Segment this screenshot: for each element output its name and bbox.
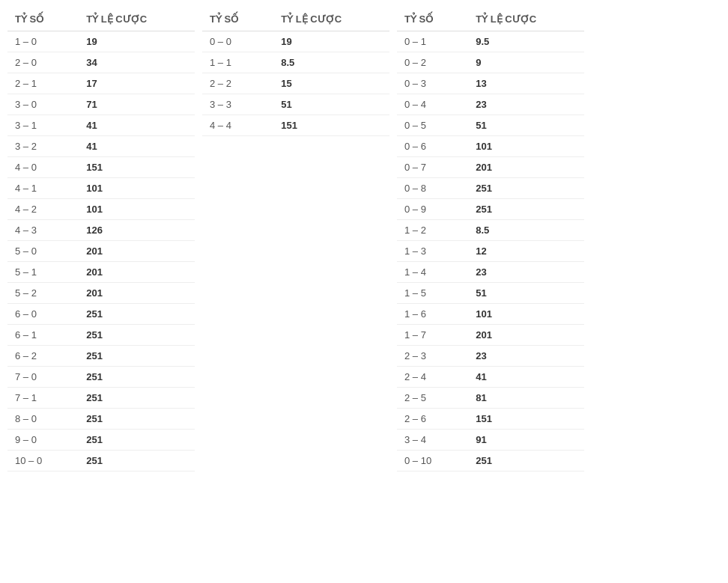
odds-cell: 23 [468,262,584,283]
table-row: 1 – 423 [397,262,584,283]
score-cell: 0 – 1 [397,31,468,52]
score-cell: 2 – 0 [7,52,79,73]
table-row: 4 – 4151 [202,115,389,136]
odds-cell: 41 [79,136,195,157]
odds-cell: 201 [468,157,584,178]
score-cell: 1 – 4 [397,262,468,283]
odds-cell: 151 [79,157,195,178]
score-cell: 0 – 6 [397,136,468,157]
score-cell: 0 – 10 [397,451,468,471]
table-header: TỶ SỐ [397,7,468,31]
score-cell: 3 – 3 [202,94,273,115]
table-row: 0 – 6101 [397,136,584,157]
table-row: 2 – 323 [397,346,584,367]
odds-cell: 51 [468,115,584,136]
table-row: 0 – 019 [202,31,389,52]
score-cell: 4 – 1 [7,178,79,199]
odds-cell: 151 [273,115,389,136]
score-cell: 0 – 9 [397,199,468,220]
table-row: 3 – 071 [7,94,195,115]
odds-cell: 17 [79,73,195,94]
table-row: 9 – 0251 [7,430,195,451]
odds-cell: 101 [468,136,584,157]
table-row: 0 – 8251 [397,178,584,199]
score-cell: 7 – 0 [7,367,79,388]
odds-cell: 15 [273,73,389,94]
score-cell: 4 – 0 [7,157,79,178]
score-cell: 0 – 5 [397,115,468,136]
table-row: 5 – 2201 [7,283,195,304]
table-row: 8 – 0251 [7,409,195,430]
odds-cell: 101 [468,304,584,325]
odds-cell: 13 [468,73,584,94]
score-cell: 9 – 0 [7,430,79,451]
table-header: TỶ LỆ CƯỢC [468,7,584,31]
odds-cell: 41 [79,115,195,136]
score-cell: 1 – 0 [7,31,79,52]
table-row: 3 – 141 [7,115,195,136]
score-cell: 2 – 1 [7,73,79,94]
table-header: TỶ LỆ CƯỢC [273,7,389,31]
score-cell: 3 – 0 [7,94,79,115]
odds-cell: 71 [79,94,195,115]
odds-cell: 19 [273,31,389,52]
odds-cell: 91 [468,430,584,451]
odds-cell: 251 [468,178,584,199]
score-cell: 0 – 8 [397,178,468,199]
score-cell: 10 – 0 [7,451,79,471]
table-row: 0 – 551 [397,115,584,136]
score-cell: 6 – 1 [7,325,79,346]
odds-cell: 126 [79,220,195,241]
table-row: 0 – 19.5 [397,31,584,52]
score-cell: 1 – 6 [397,304,468,325]
tables-wrapper: TỶ SỐTỶ LỆ CƯỢC1 – 0192 – 0342 – 1173 – … [7,7,721,471]
odds-cell: 251 [79,346,195,367]
score-cell: 2 – 3 [397,346,468,367]
table-row: 1 – 312 [397,241,584,262]
odds-cell: 51 [273,94,389,115]
score-cell: 5 – 0 [7,241,79,262]
odds-cell: 201 [79,262,195,283]
table-row: 1 – 18.5 [202,52,389,73]
score-cell: 5 – 1 [7,262,79,283]
table-row: 0 – 9251 [397,199,584,220]
score-cell: 7 – 1 [7,388,79,409]
score-table-away-win: TỶ SỐTỶ LỆ CƯỢC0 – 19.50 – 290 – 3130 – … [397,7,584,471]
odds-cell: 34 [79,52,195,73]
odds-cell: 23 [468,94,584,115]
table-row: 0 – 29 [397,52,584,73]
odds-cell: 101 [79,178,195,199]
score-cell: 0 – 0 [202,31,273,52]
score-cell: 4 – 2 [7,199,79,220]
odds-cell: 19 [79,31,195,52]
table-row: 0 – 7201 [397,157,584,178]
score-table-draw: TỶ SỐTỶ LỆ CƯỢC0 – 0191 – 18.52 – 2153 –… [202,7,389,136]
table-row: 1 – 28.5 [397,220,584,241]
table-row: 1 – 7201 [397,325,584,346]
odds-cell: 81 [468,388,584,409]
odds-cell: 151 [468,409,584,430]
odds-cell: 201 [79,241,195,262]
odds-cell: 251 [79,409,195,430]
score-cell: 1 – 2 [397,220,468,241]
table-row: 5 – 1201 [7,262,195,283]
score-cell: 0 – 2 [397,52,468,73]
score-cell: 2 – 2 [202,73,273,94]
table-row: 3 – 351 [202,94,389,115]
table-row: 6 – 1251 [7,325,195,346]
score-cell: 2 – 5 [397,388,468,409]
table-header: TỶ SỐ [7,7,79,31]
score-cell: 1 – 3 [397,241,468,262]
table-row: 6 – 0251 [7,304,195,325]
table-row: 4 – 0151 [7,157,195,178]
table-row: 0 – 313 [397,73,584,94]
odds-cell: 251 [468,199,584,220]
table-row: 0 – 10251 [397,451,584,471]
table-row: 2 – 441 [397,367,584,388]
table-row: 0 – 423 [397,94,584,115]
odds-cell: 251 [79,367,195,388]
odds-cell: 201 [79,283,195,304]
table-header: TỶ LỆ CƯỢC [79,7,195,31]
score-cell: 1 – 1 [202,52,273,73]
table-row: 10 – 0251 [7,451,195,471]
